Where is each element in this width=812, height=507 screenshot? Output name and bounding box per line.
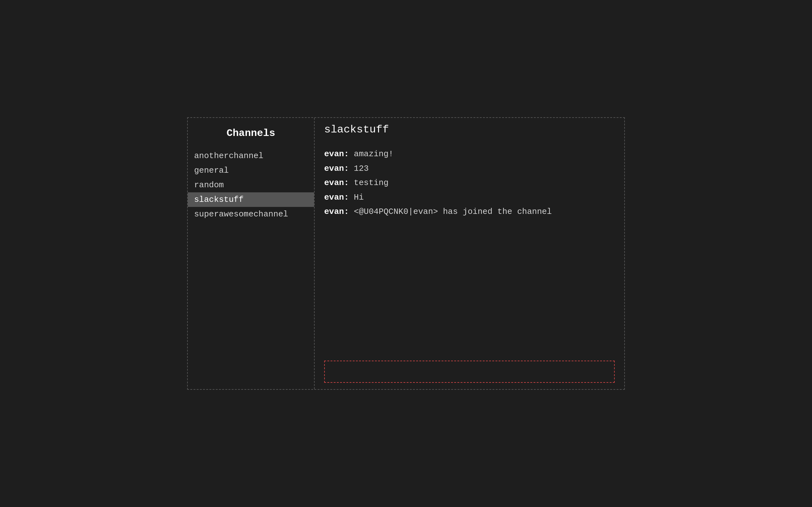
sidebar-item-anotherchannel[interactable]: anotherchannel (188, 149, 314, 163)
sidebar-item-slackstuff[interactable]: slackstuff (188, 192, 314, 207)
channel-list: anotherchannelgeneralrandomslackstuffsup… (188, 149, 314, 222)
app-container: Channels anotherchannelgeneralrandomslac… (187, 117, 625, 390)
message-row: evan: testing (324, 176, 615, 190)
sidebar-item-general[interactable]: general (188, 163, 314, 178)
channel-header: slackstuff (315, 118, 624, 141)
message-row: evan: amazing! (324, 148, 615, 161)
sidebar-item-random[interactable]: random (188, 178, 314, 192)
input-area (315, 357, 624, 389)
message-input[interactable] (324, 360, 615, 383)
messages-area: evan: amazing!evan: 123evan: testingevan… (315, 141, 624, 357)
message-sender: evan: (324, 193, 349, 202)
sidebar: Channels anotherchannelgeneralrandomslac… (188, 118, 315, 389)
message-sender: evan: (324, 207, 349, 216)
message-row: evan: <@U04PQCNK0|evan> has joined the c… (324, 205, 615, 219)
main-panel: slackstuff evan: amazing!evan: 123evan: … (315, 118, 624, 389)
message-sender: evan: (324, 178, 349, 187)
sidebar-item-superawesomechannel[interactable]: superawesomechannel (188, 207, 314, 222)
message-sender: evan: (324, 164, 349, 173)
message-row: evan: 123 (324, 162, 615, 176)
message-sender: evan: (324, 149, 349, 159)
message-row: evan: Hi (324, 191, 615, 205)
sidebar-title: Channels (188, 124, 314, 149)
